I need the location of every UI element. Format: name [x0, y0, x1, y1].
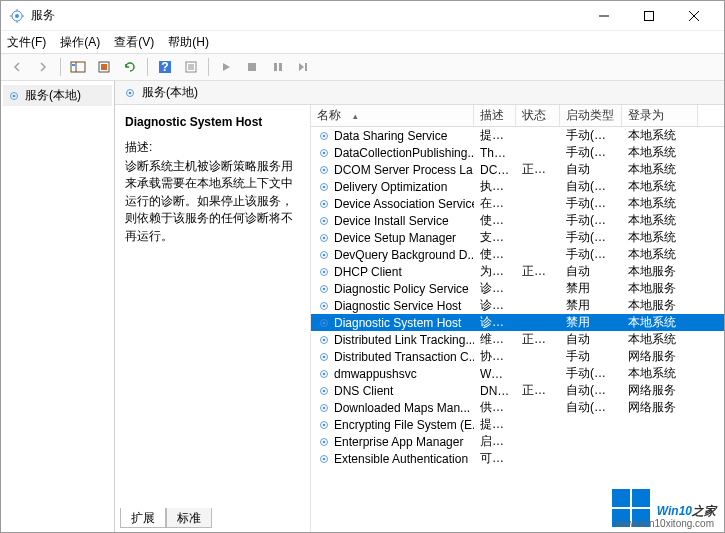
service-row[interactable]: DataCollectionPublishing...The ...手动(触发.…: [311, 144, 724, 161]
export-button[interactable]: [92, 56, 116, 78]
service-logon: 网络服务: [622, 399, 698, 416]
service-row[interactable]: DNS ClientDNS ...正在...自动(触发...网络服务: [311, 382, 724, 399]
svg-rect-12: [72, 64, 75, 66]
svg-point-66: [323, 440, 326, 443]
service-logon: 本地服务: [622, 263, 698, 280]
gear-icon: [317, 384, 331, 398]
properties-button[interactable]: [179, 56, 203, 78]
col-startup[interactable]: 启动类型: [560, 105, 622, 126]
svg-rect-14: [101, 64, 107, 70]
service-desc: 供应...: [474, 399, 516, 416]
svg-point-28: [129, 91, 132, 94]
service-desc: 诊断...: [474, 297, 516, 314]
service-name: Downloaded Maps Man...: [334, 401, 470, 415]
col-name[interactable]: 名称▴: [311, 105, 474, 126]
service-desc: DNS ...: [474, 384, 516, 398]
service-name: Diagnostic System Host: [334, 316, 461, 330]
service-row[interactable]: Encrypting File System (E...提供...: [311, 416, 724, 433]
menu-view[interactable]: 查看(V): [114, 34, 154, 51]
show-hide-button[interactable]: [66, 56, 90, 78]
gear-icon: [317, 316, 331, 330]
service-startup: 手动(触发...: [560, 365, 622, 382]
service-desc: The ...: [474, 146, 516, 160]
service-name: Delivery Optimization: [334, 180, 447, 194]
service-startup: 禁用: [560, 314, 622, 331]
tree-pane: 服务(本地): [1, 81, 115, 532]
service-logon: 网络服务: [622, 348, 698, 365]
svg-rect-10: [71, 62, 85, 72]
col-desc[interactable]: 描述: [474, 105, 516, 126]
service-row[interactable]: Diagnostic Policy Service诊断...禁用本地服务: [311, 280, 724, 297]
gear-icon: [317, 214, 331, 228]
svg-point-34: [323, 168, 326, 171]
svg-point-46: [323, 270, 326, 273]
service-name: Extensible Authentication: [334, 452, 468, 466]
service-row[interactable]: dmwappushsvcWAP...手动(触发...本地系统: [311, 365, 724, 382]
service-row[interactable]: Data Sharing Service提供...手动(触发...本地系统: [311, 127, 724, 144]
service-row[interactable]: Enterprise App Manager启用...: [311, 433, 724, 450]
service-name: DNS Client: [334, 384, 393, 398]
service-desc: WAP...: [474, 367, 516, 381]
service-row[interactable]: DCOM Server Process La...DCO...正在...自动本地…: [311, 161, 724, 178]
gear-icon: [317, 265, 331, 279]
col-status[interactable]: 状态: [516, 105, 560, 126]
service-name: Device Setup Manager: [334, 231, 456, 245]
tree-root-item[interactable]: 服务(本地): [3, 85, 112, 106]
gear-icon: [317, 231, 331, 245]
service-name: Diagnostic Policy Service: [334, 282, 469, 296]
menu-action[interactable]: 操作(A): [60, 34, 100, 51]
close-button[interactable]: [671, 2, 716, 30]
service-row[interactable]: Diagnostic Service Host诊断...禁用本地服务: [311, 297, 724, 314]
service-startup: 自动: [560, 161, 622, 178]
tab-extended[interactable]: 扩展: [120, 508, 166, 528]
list-header: 名称▴ 描述 状态 启动类型 登录为: [311, 105, 724, 127]
service-row[interactable]: Extensible Authentication可扩...: [311, 450, 724, 467]
service-name: Diagnostic Service Host: [334, 299, 461, 313]
svg-point-26: [13, 94, 16, 97]
service-logon: 本地系统: [622, 314, 698, 331]
service-row[interactable]: Downloaded Maps Man...供应...自动(延迟...网络服务: [311, 399, 724, 416]
tab-standard[interactable]: 标准: [166, 508, 212, 528]
service-row[interactable]: Distributed Transaction C...协调...手动网络服务: [311, 348, 724, 365]
service-name: Device Install Service: [334, 214, 449, 228]
help-button[interactable]: ?: [153, 56, 177, 78]
gear-icon: [317, 350, 331, 364]
svg-text:?: ?: [161, 60, 168, 74]
gear-icon: [317, 435, 331, 449]
service-startup: 自动: [560, 263, 622, 280]
stop-service-button: [240, 56, 264, 78]
service-row[interactable]: DHCP Client为此...正在...自动本地服务: [311, 263, 724, 280]
menu-file[interactable]: 文件(F): [7, 34, 46, 51]
forward-button: [31, 56, 55, 78]
service-startup: 手动(触发...: [560, 229, 622, 246]
service-name: Distributed Link Tracking...: [334, 333, 474, 347]
gear-icon: [317, 401, 331, 415]
service-row[interactable]: Device Install Service使计...手动(触发...本地系统: [311, 212, 724, 229]
detail-desc: 诊断系统主机被诊断策略服务用来承载需要在本地系统上下文中运行的诊断。如果停止该服…: [125, 158, 300, 245]
maximize-button[interactable]: [626, 2, 671, 30]
service-desc: 诊断...: [474, 280, 516, 297]
back-button: [5, 56, 29, 78]
minimize-button[interactable]: [581, 2, 626, 30]
service-row[interactable]: DevQuery Background D...使应...手动(触发...本地系…: [311, 246, 724, 263]
service-desc: 支持...: [474, 229, 516, 246]
service-row[interactable]: Device Setup Manager支持...手动(触发...本地系统: [311, 229, 724, 246]
detail-desc-label: 描述:: [125, 139, 300, 156]
service-logon: 本地系统: [622, 195, 698, 212]
gear-icon: [7, 89, 21, 103]
menu-help[interactable]: 帮助(H): [168, 34, 209, 51]
view-tabs: 扩展 标准: [120, 508, 212, 528]
service-startup: 手动(触发...: [560, 195, 622, 212]
service-row[interactable]: Device Association Service在系...手动(触发...本…: [311, 195, 724, 212]
col-logon[interactable]: 登录为: [622, 105, 698, 126]
service-desc: 使应...: [474, 246, 516, 263]
service-startup: 自动(延迟...: [560, 399, 622, 416]
pane-header-label: 服务(本地): [142, 84, 198, 101]
service-row[interactable]: Distributed Link Tracking...维护...正在...自动…: [311, 331, 724, 348]
svg-point-50: [323, 304, 326, 307]
restart-service-button: [292, 56, 316, 78]
service-row[interactable]: Delivery Optimization执行...自动(延迟...本地系统: [311, 178, 724, 195]
refresh-button[interactable]: [118, 56, 142, 78]
title-bar: 服务: [1, 1, 724, 31]
service-row[interactable]: Diagnostic System Host诊断...禁用本地系统: [311, 314, 724, 331]
